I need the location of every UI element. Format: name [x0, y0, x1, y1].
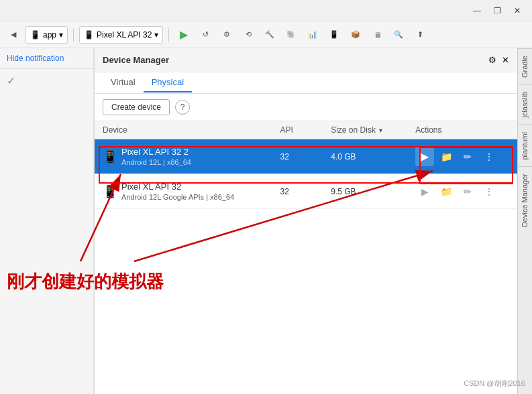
device-sub: Android 12L Google APIs | x86_64: [121, 193, 234, 201]
check-icon: ✓: [0, 69, 93, 92]
edit-device-button-2[interactable]: ✏: [458, 182, 477, 201]
table-row[interactable]: 📱 Pixel XL API 32 2 Android 12L | x86_64…: [95, 139, 517, 174]
device-icon: 📱: [84, 30, 94, 40]
update-button[interactable]: ⬆: [411, 25, 429, 44]
back-button[interactable]: ◀: [4, 25, 23, 44]
chevron-down-icon-2: ▾: [154, 30, 158, 40]
col-header-api: API: [272, 121, 323, 139]
table-row[interactable]: 📱 Pixel XL API 32 Android 12L Google API…: [95, 174, 517, 209]
sidebar-tab-gradle[interactable]: Gradle: [518, 48, 532, 84]
action-buttons: ▶ 📁 ✏ ⋮: [415, 147, 509, 166]
dm-title: Device Manager: [103, 55, 169, 65]
settings-button[interactable]: ⚙: [217, 25, 236, 44]
title-bar: — ❐ ✕: [0, 0, 532, 21]
search-button[interactable]: 🔍: [389, 25, 408, 44]
device-name: Pixel XL API 32: [121, 182, 234, 192]
device-actions-cell: ▶ 📁 ✏ ⋮: [407, 174, 517, 209]
build-button[interactable]: 🔨: [260, 25, 279, 44]
dm-header-icons: ⚙ ✕: [488, 55, 509, 65]
create-device-button[interactable]: Create device: [103, 99, 170, 115]
avd-manager-button[interactable]: 🖥: [368, 25, 386, 44]
device-type-icon: 📱: [103, 149, 117, 164]
device-manager-panel: Device Manager ⚙ ✕ Virtual Physical Crea…: [94, 48, 517, 394]
toolbar-separator-2: [168, 28, 169, 42]
device-label: Pixel XL API 32: [97, 30, 152, 40]
device-size-cell: 9.5 GB: [323, 174, 407, 209]
sdk-manager-button[interactable]: 📦: [346, 25, 365, 44]
show-files-button-2[interactable]: 📁: [437, 182, 456, 201]
watermark: CSDN @胡刚2016: [464, 379, 525, 389]
annotation-text: 刚才创建好的模拟器: [7, 270, 164, 293]
device-type-icon: 📱: [103, 184, 117, 199]
col-header-actions: Actions: [407, 121, 517, 139]
left-sidebar: Hide notification ✓: [0, 48, 94, 394]
col-header-size: Size on Disk ▾: [323, 121, 407, 139]
edit-device-button[interactable]: ✏: [458, 147, 477, 166]
launch-device-button[interactable]: ▶: [415, 147, 434, 166]
device-actions-cell: ▶ 📁 ✏ ⋮: [407, 139, 517, 174]
hide-notification-btn[interactable]: Hide notification: [0, 48, 93, 69]
refresh-button[interactable]: ↺: [196, 25, 215, 44]
action-buttons: ▶ 📁 ✏ ⋮: [415, 182, 509, 201]
sidebar-tab-plantuml[interactable]: plantuml: [518, 125, 532, 167]
tab-physical[interactable]: Physical: [144, 73, 192, 92]
app-selector[interactable]: 📱 app ▾: [25, 26, 68, 44]
more-actions-button[interactable]: ⋮: [480, 147, 498, 166]
chevron-down-icon: ▾: [59, 30, 63, 40]
minimize-button[interactable]: —: [468, 4, 486, 17]
main-toolbar: ◀ 📱 app ▾ 📱 Pixel XL API 32 ▾ ▶ ↺ ⚙ ⟲ 🔨 …: [0, 21, 532, 48]
run-button[interactable]: ▶: [174, 25, 193, 44]
show-files-button[interactable]: 📁: [437, 147, 456, 166]
gear-icon[interactable]: ⚙: [488, 55, 496, 65]
device-table-container: Device API Size on Disk ▾ Actions: [95, 121, 517, 209]
more-actions-button-2[interactable]: ⋮: [480, 182, 498, 201]
sort-icon: ▾: [379, 127, 382, 134]
sync-button[interactable]: ⟲: [239, 25, 258, 44]
app-label: app: [43, 30, 56, 40]
app-icon: 📱: [30, 30, 40, 40]
device-name-cell: 📱 Pixel XL API 32 Android 12L Google API…: [95, 174, 272, 209]
close-panel-icon[interactable]: ✕: [502, 55, 509, 65]
device-api-cell: 32: [272, 139, 323, 174]
help-button[interactable]: ?: [175, 100, 190, 115]
device-api-cell: 32: [272, 174, 323, 209]
device-sub: Android 12L | x86_64: [121, 158, 191, 166]
device-name: Pixel XL API 32 2: [121, 147, 191, 157]
col-header-device: Device: [95, 121, 272, 139]
sidebar-tab-device-manager[interactable]: Device Manager: [518, 166, 532, 234]
profiler-button[interactable]: 📊: [303, 25, 322, 44]
device-selector[interactable]: 📱 Pixel XL API 32 ▾: [79, 26, 163, 44]
sidebar-tab-jclasslib[interactable]: jclasslib: [518, 84, 532, 125]
gradle-button[interactable]: 🐘: [282, 25, 301, 44]
dm-header: Device Manager ⚙ ✕: [95, 48, 517, 72]
launch-device-button-2[interactable]: ▶: [415, 182, 434, 201]
dm-toolbar: Create device ?: [95, 94, 517, 121]
close-button[interactable]: ✕: [508, 4, 527, 17]
table-header-row: Device API Size on Disk ▾ Actions: [95, 121, 517, 139]
device-table: Device API Size on Disk ▾ Actions: [95, 121, 517, 209]
maximize-button[interactable]: ❐: [488, 4, 507, 17]
device-manager-button[interactable]: 📱: [325, 25, 343, 44]
toolbar-separator-1: [73, 28, 74, 42]
main-area: Hide notification ✓ Device Manager ⚙ ✕ V…: [0, 48, 532, 394]
right-sidebars: Gradle jclasslib plantuml Device Manager: [517, 48, 532, 394]
device-tabs: Virtual Physical: [95, 72, 517, 94]
device-name-cell: 📱 Pixel XL API 32 2 Android 12L | x86_64: [95, 139, 272, 174]
device-size-cell: 4.0 GB: [323, 139, 407, 174]
tab-virtual[interactable]: Virtual: [103, 73, 144, 92]
